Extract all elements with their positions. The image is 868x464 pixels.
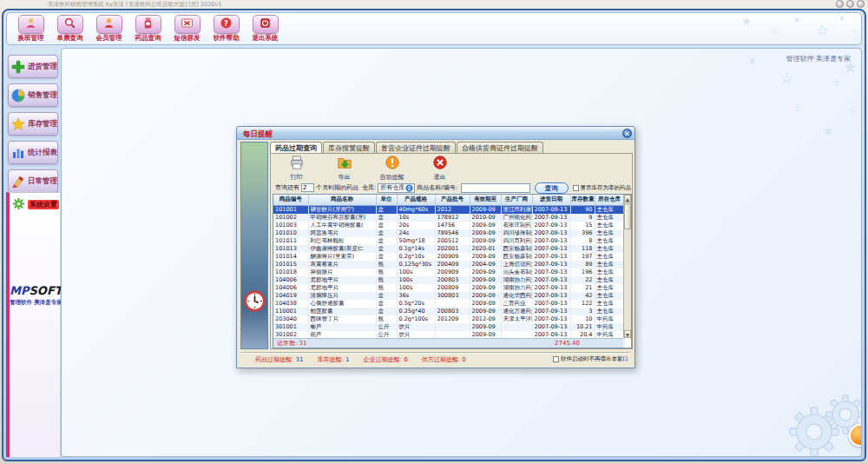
sidebar-item-label: 库存管理 xyxy=(28,119,57,129)
table-cell: 酮康唑片(里素劳) xyxy=(308,253,376,261)
record-summary-row: 记录数: 31 2745.40 xyxy=(273,338,623,348)
column-header[interactable]: 产品规格 xyxy=(397,195,435,205)
table-row[interactable]: 104006尼群地平片瓶100s2008032009-09湖南协力药业2007-… xyxy=(273,276,624,284)
table-row[interactable]: 101001碘甘醇片(牙周宁)盒40mg*60s20122009-09浙江昂利康… xyxy=(273,205,624,214)
table-row[interactable]: 101010阿昔洛韦片盒24s7895462009-09四川珍珠制药2007-0… xyxy=(273,229,624,237)
star-icon: ☆ xyxy=(771,27,779,36)
product-name-input[interactable] xyxy=(461,183,530,193)
table-row[interactable]: 101003人工牛黄甲硝唑胶囊(盒20s147562009-09石家庄制药200… xyxy=(273,222,624,229)
table-row[interactable]: 104019清脑降压片盒36s3008032009-09通化华西药业2007-0… xyxy=(273,292,624,300)
sidebar-item-settings[interactable]: 系统设置 xyxy=(10,193,60,214)
sidebar-item-plus[interactable]: 进货管理 xyxy=(8,55,58,78)
exit-icon xyxy=(259,17,272,33)
table-cell: 盒 xyxy=(376,214,397,222)
table-cell: 瓶 xyxy=(376,268,397,276)
vertical-scrollbar[interactable] xyxy=(623,195,631,338)
column-header[interactable]: 有效期至 xyxy=(470,195,501,205)
gear-icon xyxy=(12,197,25,211)
table-cell: 通化华西药业 xyxy=(501,292,532,300)
column-header[interactable]: 生产厂商 xyxy=(501,195,532,205)
table-cell: 789546 xyxy=(435,229,470,237)
table-row[interactable]: 104006尼群地平片瓶100s2008092009-09湖南协力药业2007-… xyxy=(273,284,624,292)
zero-stock-checkbox[interactable] xyxy=(573,185,579,191)
dialog-tab-2[interactable]: 库存报警提醒 xyxy=(323,142,375,154)
scrollbar-thumb[interactable] xyxy=(624,203,631,229)
table-cell: 2010-09 xyxy=(470,214,501,222)
toolbar-member-button[interactable]: 会员管理 xyxy=(90,14,128,44)
table-cell: 101013 xyxy=(273,245,308,253)
remind-button[interactable]: 自动提醒 xyxy=(368,155,416,180)
star-icon: ☆ xyxy=(848,108,855,116)
export-button[interactable]: 导出 xyxy=(320,155,368,180)
star-icon: ★ xyxy=(741,16,752,27)
sidebar-item-label: 进货管理 xyxy=(28,62,57,72)
column-header[interactable]: 所在仓库 xyxy=(595,195,624,205)
reminder-label: 药品过期提醒: xyxy=(255,356,296,363)
record-count: 记录数: 31 xyxy=(277,339,307,348)
minimize-button[interactable] xyxy=(836,0,844,8)
dialog-tab-3[interactable]: 首营企业证件过期提醒 xyxy=(376,142,456,154)
table-row[interactable]: 101002甲硝唑芬布芬胶囊(牙)盒10s1789122010-09广州铭化药业… xyxy=(273,214,624,222)
table-row[interactable]: 101011利巴韦林颗粒盒50mg*182005122009-09四川百利药业有… xyxy=(273,237,624,245)
column-header[interactable]: 库存数量 xyxy=(570,195,595,205)
quit-button[interactable]: 退出 xyxy=(416,155,464,180)
scroll-up-icon[interactable] xyxy=(624,195,631,202)
table-row[interactable]: 104038心脑舒通胶囊盒0.5g*20s2009-09三普药业2007-09-… xyxy=(273,300,624,308)
toolbar-help-button[interactable]: ?软件帮助 xyxy=(207,14,245,44)
warehouse-select[interactable]: 所有仓库 xyxy=(378,183,415,193)
table-row[interactable]: 110001柏莲胶囊盒0.25g*402008032009-09通化万通药业20… xyxy=(273,308,624,315)
table-cell: 200803 xyxy=(435,308,470,315)
reminder-label: 库存提醒: xyxy=(318,356,346,363)
toolbar-button-label: 退出系统 xyxy=(247,34,284,43)
toolbar-sms-button[interactable]: 短信群发 xyxy=(168,14,206,44)
no-popup-checkbox[interactable] xyxy=(553,356,559,362)
months-input[interactable] xyxy=(301,183,314,192)
column-header[interactable]: 商品编号 xyxy=(273,195,308,205)
close-button[interactable] xyxy=(857,0,865,8)
help-plate: ? xyxy=(214,15,240,34)
table-cell: 甲硝唑芬布芬胶囊(牙) xyxy=(308,214,376,222)
product-name-label: 商品名称/编号: xyxy=(417,183,457,192)
column-header[interactable]: 商品名称 xyxy=(308,195,376,205)
table-cell: 盒 xyxy=(376,253,397,261)
table-cell: 主仓库 xyxy=(595,222,624,229)
table-row[interactable]: 301001藜芦公斤饮片2009-092007-09-1310.21中药库 xyxy=(273,323,624,331)
column-header[interactable]: 单位 xyxy=(376,195,397,205)
table-cell: 396 xyxy=(570,229,595,237)
table-cell: 0.2g*10s xyxy=(397,253,435,261)
column-header[interactable]: 进货日期 xyxy=(532,195,570,205)
screen: { "desktop": { "title": "美泽医药销售管理系统 by美泽… xyxy=(0,0,868,464)
column-header[interactable]: 产品批号 xyxy=(435,195,470,205)
table-cell: 2007-09-13 xyxy=(532,323,570,331)
table-cell: 20s xyxy=(397,222,435,229)
sidebar-item-bars[interactable]: 统计报表 xyxy=(8,141,58,164)
dialog-tab-4[interactable]: 合格供货商证件过期提醒 xyxy=(457,142,543,154)
toolbar-clerk-button[interactable]: 换班管理 xyxy=(12,14,49,44)
table-cell: 0.1g*14s xyxy=(397,245,435,253)
table-cell xyxy=(435,300,470,308)
toolbar-search-button[interactable]: 单票查询 xyxy=(51,14,89,44)
table-cell: 8 xyxy=(570,237,595,245)
table-cell: 0.2g*100s xyxy=(397,315,435,323)
table-row[interactable]: 101014酮康唑片(里素劳)盒0.2g*10s2009092009-09西安杨… xyxy=(273,253,624,261)
table-cell: 200909 xyxy=(435,253,470,261)
maximize-button[interactable] xyxy=(846,0,854,8)
toolbar-drug-button[interactable]: 药品查询 xyxy=(129,14,167,44)
table-cell: 100s xyxy=(397,276,435,284)
sidebar-item-star[interactable]: 库存管理 xyxy=(8,112,58,136)
dialog-tab-1[interactable]: 药品过期查询 xyxy=(270,142,322,154)
no-popup-label: 软件启动时不再弹出本窗口 xyxy=(561,355,628,363)
toolbar-exit-button[interactable]: 退出系统 xyxy=(247,14,284,44)
table-row[interactable]: 101013伊曲康唑胶囊(斯皮仁盒0.1g*14s2020012020-01西安… xyxy=(273,245,624,253)
sidebar-item-brush[interactable]: 日常管理 xyxy=(8,169,58,193)
table-row[interactable]: 203040西咪替丁片瓶0.2g*100s2012092012-09天津太平洋制… xyxy=(273,315,624,323)
search-button[interactable]: 查询 xyxy=(535,182,568,194)
table-cell: 3 xyxy=(570,308,595,315)
table-row[interactable]: 101018异烟肼片瓶100s2009092009-09汕头金石制药2007-0… xyxy=(273,268,624,276)
scroll-down-icon[interactable] xyxy=(624,330,631,338)
sidebar-item-pie[interactable]: 销售管理 xyxy=(8,83,58,107)
drug-plate xyxy=(135,15,161,34)
table-row[interactable]: 101015灰黄霉素片瓶0.125g*30s2004092004-09上海信谊药… xyxy=(273,261,624,268)
printer-button[interactable]: 打印 xyxy=(273,155,320,180)
close-icon[interactable] xyxy=(622,129,632,138)
